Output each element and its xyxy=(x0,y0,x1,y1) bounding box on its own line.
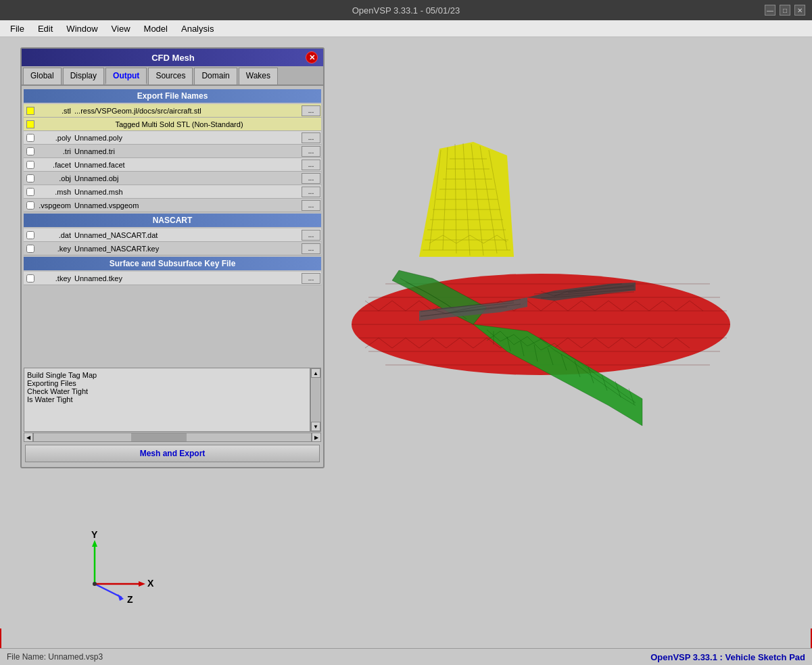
tab-output[interactable]: Output xyxy=(105,68,147,84)
msh-file-row: .msh Unnamed.msh ... xyxy=(24,185,321,199)
tkey-ext-label: .tkey xyxy=(37,274,74,282)
obj-checkbox[interactable] xyxy=(26,174,34,182)
vspgeom-checkbox[interactable] xyxy=(26,201,34,210)
scroll-right-btn[interactable]: ▶ xyxy=(312,433,321,442)
close-button[interactable]: ✕ xyxy=(794,5,805,16)
tkey-filename[interactable]: Unnamed.tkey xyxy=(74,274,301,282)
facet-browse-btn[interactable]: ... xyxy=(302,159,320,170)
svg-text:Y: Y xyxy=(91,530,98,540)
facet-checkbox[interactable] xyxy=(26,161,34,169)
svg-marker-151 xyxy=(92,540,97,547)
facet-filename[interactable]: Unnamed.facet xyxy=(74,161,301,169)
obj-ext-label: .obj xyxy=(37,174,74,182)
poly-ext-label: .poly xyxy=(37,134,74,142)
dat-filename[interactable]: Unnamed_NASCART.dat xyxy=(74,231,301,239)
log-line-1: Build Single Tag Map xyxy=(27,371,307,379)
tagged-stl-row: Tagged Multi Sold STL (Non-Standard) xyxy=(24,118,321,131)
menu-view[interactable]: View xyxy=(105,22,137,35)
svg-marker-153 xyxy=(118,594,124,601)
tab-sources[interactable]: Sources xyxy=(148,68,193,84)
mesh-export-button[interactable]: Mesh and Export xyxy=(25,445,320,462)
scroll-track-v xyxy=(312,378,320,422)
tkey-browse-btn[interactable]: ... xyxy=(302,273,320,284)
log-scrollbar-v[interactable]: ▲ ▼ xyxy=(310,368,321,432)
svg-marker-155 xyxy=(139,581,145,587)
status-filename: File Name: Unnamed.vsp3 xyxy=(0,652,650,662)
h-scroll-thumb xyxy=(131,433,187,441)
vspgeom-filename[interactable]: Unnamed.vspgeom xyxy=(74,201,301,210)
log-area-container: Build Single Tag Map Exporting Files Che… xyxy=(24,368,321,442)
tab-display[interactable]: Display xyxy=(63,68,104,84)
msh-filename[interactable]: Unnamed.msh xyxy=(74,188,301,196)
restore-button[interactable]: □ xyxy=(780,5,790,16)
tri-checkbox[interactable] xyxy=(26,147,34,155)
tkey-file-row: .tkey Unnamed.tkey ... xyxy=(24,272,321,285)
obj-filename[interactable]: Unnamed.obj xyxy=(74,174,301,182)
dat-ext-label: .dat xyxy=(37,231,74,239)
obj-file-row: .obj Unnamed.obj ... xyxy=(24,172,321,185)
poly-checkbox[interactable] xyxy=(26,134,34,142)
surface-key-header: Surface and Subsurface Key File xyxy=(24,257,321,270)
menu-window[interactable]: Window xyxy=(59,22,104,35)
dialog-close-btn[interactable]: ✕ xyxy=(306,51,318,64)
key-browse-btn[interactable]: ... xyxy=(302,243,320,254)
stl-ext-label: .stl xyxy=(37,107,74,115)
log-line-3: Check Water Tight xyxy=(27,387,307,395)
log-scrollbar-h[interactable]: ◀ ▶ xyxy=(24,433,321,442)
poly-filename[interactable]: Unnamed.poly xyxy=(74,134,301,142)
status-app: OpenVSP 3.33.1 : Vehicle Sketch Pad xyxy=(650,652,812,662)
menu-model[interactable]: Model xyxy=(137,22,174,35)
key-checkbox[interactable] xyxy=(26,245,34,253)
menu-file[interactable]: File xyxy=(3,22,31,35)
tri-file-row: .tri Unnamed.tri ... xyxy=(24,145,321,158)
minimize-button[interactable]: — xyxy=(765,5,775,16)
log-area[interactable]: Build Single Tag Map Exporting Files Che… xyxy=(24,368,310,432)
axes-indicator: Y Z X xyxy=(54,530,162,611)
scroll-down-btn[interactable]: ▼ xyxy=(311,422,320,431)
menu-analysis[interactable]: Analysis xyxy=(174,22,220,35)
vspgeom-browse-btn[interactable]: ... xyxy=(302,200,320,211)
poly-browse-btn[interactable]: ... xyxy=(302,132,320,143)
msh-checkbox[interactable] xyxy=(26,188,34,196)
obj-browse-btn[interactable]: ... xyxy=(302,173,320,184)
stl-filename[interactable]: ...ress/VSPGeom.jl/docs/src/aircraft.stl xyxy=(74,107,301,115)
svg-point-159 xyxy=(93,582,97,586)
poly-file-row: .poly Unnamed.poly ... xyxy=(24,131,321,145)
stl-yellow-indicator xyxy=(26,107,34,115)
stl-file-row: .stl ...ress/VSPGeom.jl/docs/src/aircraf… xyxy=(24,104,321,118)
svg-text:X: X xyxy=(147,578,154,589)
tagged-multi-label: Tagged Multi Sold STL (Non-Standard) xyxy=(37,120,321,128)
facet-ext-label: .facet xyxy=(37,161,74,169)
tab-global[interactable]: Global xyxy=(23,68,62,84)
stl-browse-btn[interactable]: ... xyxy=(302,105,320,116)
facet-file-row: .facet Unnamed.facet ... xyxy=(24,158,321,172)
status-bar: File Name: Unnamed.vsp3 OpenVSP 3.33.1 :… xyxy=(0,648,812,665)
dat-checkbox[interactable] xyxy=(26,231,34,239)
key-ext-label: .key xyxy=(37,245,74,253)
key-file-row: .key Unnamed_NASCART.key ... xyxy=(24,242,321,255)
key-filename[interactable]: Unnamed_NASCART.key xyxy=(74,245,301,253)
log-line-2: Exporting Files xyxy=(27,379,307,387)
tri-browse-btn[interactable]: ... xyxy=(302,146,320,157)
tab-domain[interactable]: Domain xyxy=(194,68,237,84)
tagged-yellow-indicator xyxy=(26,120,34,128)
app-title: OpenVSP 3.33.1 - 05/01/23 xyxy=(352,5,460,16)
tab-wakes[interactable]: Wakes xyxy=(239,68,278,84)
cfd-mesh-dialog: CFD Mesh ✕ Global Display Output Sources… xyxy=(20,47,325,468)
tkey-checkbox[interactable] xyxy=(26,274,34,282)
menu-edit[interactable]: Edit xyxy=(31,22,59,35)
vspgeom-file-row: .vspgeom Unnamed.vspgeom ... xyxy=(24,199,321,212)
msh-browse-btn[interactable]: ... xyxy=(302,187,320,197)
empty-space xyxy=(24,285,321,366)
export-files-header: Export File Names xyxy=(24,89,321,103)
scroll-left-btn[interactable]: ◀ xyxy=(24,433,33,442)
dat-browse-btn[interactable]: ... xyxy=(302,230,320,241)
scroll-up-btn[interactable]: ▲ xyxy=(311,368,320,378)
h-scroll-track xyxy=(33,433,312,442)
log-line-4: Is Water Tight xyxy=(27,395,307,403)
nascart-header: NASCART xyxy=(24,214,321,227)
tri-filename[interactable]: Unnamed.tri xyxy=(74,147,301,155)
vspgeom-ext-label: .vspgeom xyxy=(37,201,74,210)
svg-line-152 xyxy=(95,584,122,597)
dialog-title: CFD Mesh xyxy=(151,53,195,63)
